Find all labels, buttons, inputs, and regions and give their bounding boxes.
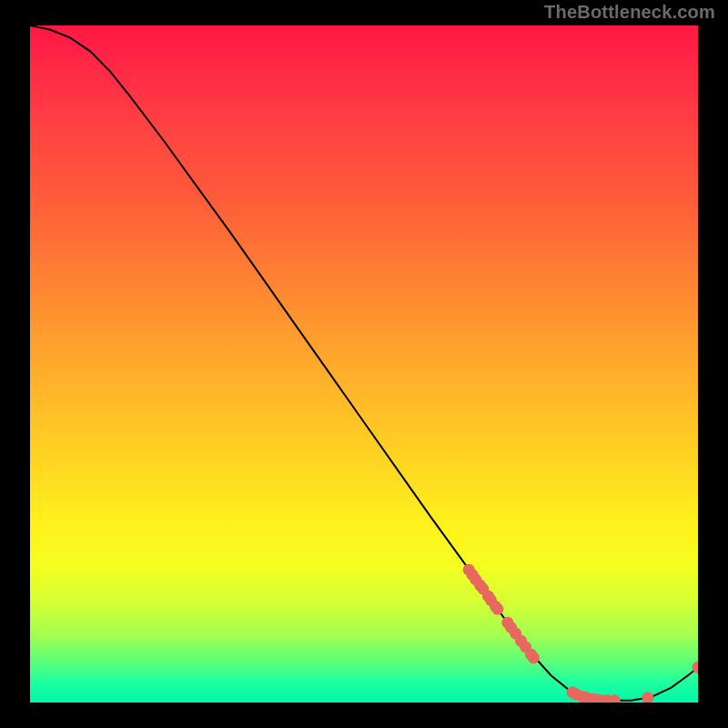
plot-area xyxy=(30,25,698,703)
data-marker xyxy=(491,603,503,615)
bottleneck-curve xyxy=(30,25,698,701)
data-markers xyxy=(463,564,698,703)
watermark-text: TheBottleneck.com xyxy=(544,2,715,23)
chart-svg xyxy=(30,25,698,703)
data-marker xyxy=(528,652,540,663)
data-marker xyxy=(642,692,654,703)
chart-container: TheBottleneck.com xyxy=(0,0,728,728)
